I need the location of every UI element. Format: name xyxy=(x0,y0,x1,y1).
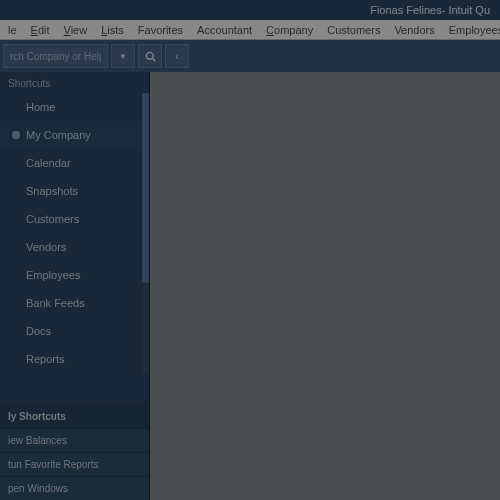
sidebar-item-label: Snapshots xyxy=(26,185,78,197)
chevron-left-icon: ‹ xyxy=(175,50,179,62)
product-name: - Intuit Qu xyxy=(442,4,490,16)
toolbar: ▼ ‹ xyxy=(0,40,500,72)
search-input[interactable] xyxy=(3,44,108,68)
sidebar-item-label: Reports xyxy=(26,353,65,365)
sidebar-item-calendar[interactable]: Calendar xyxy=(0,149,149,177)
sidebar-item-label: My Company xyxy=(26,129,91,141)
menu-vendors[interactable]: Vendors xyxy=(388,22,440,38)
svg-line-1 xyxy=(152,58,155,61)
sidebar-item-bank-feeds[interactable]: Bank Feeds xyxy=(0,289,149,317)
scrollbar-track[interactable] xyxy=(142,93,149,373)
reports-icon xyxy=(12,355,20,363)
sidebar-open-windows[interactable]: pen Windows xyxy=(0,476,149,500)
sidebar-view-balances[interactable]: iew Balances xyxy=(0,428,149,452)
menu-accountant[interactable]: Accountant xyxy=(191,22,258,38)
main-canvas xyxy=(150,72,500,500)
sidebar-item-vendors[interactable]: Vendors xyxy=(0,233,149,261)
employees-icon xyxy=(12,271,20,279)
sidebar-shortcut-list: Home My Company Calendar Snapshots Custo… xyxy=(0,93,149,373)
sidebar-item-label: Docs xyxy=(26,325,51,337)
menu-view[interactable]: View xyxy=(58,22,94,38)
sidebar: Shortcuts Home My Company Calendar Snaps… xyxy=(0,72,150,500)
sidebar-item-label: Bank Feeds xyxy=(26,297,85,309)
customers-icon xyxy=(12,215,20,223)
vendors-icon xyxy=(12,243,20,251)
bank-icon xyxy=(12,299,20,307)
docs-icon xyxy=(12,327,20,335)
sidebar-header: Shortcuts xyxy=(0,72,149,93)
sidebar-item-reports[interactable]: Reports xyxy=(0,345,149,373)
sidebar-item-label: Employees xyxy=(26,269,80,281)
menu-employees[interactable]: Employees xyxy=(443,22,500,38)
sidebar-item-home[interactable]: Home xyxy=(0,93,149,121)
sidebar-item-docs[interactable]: Docs xyxy=(0,317,149,345)
sidebar-my-shortcuts[interactable]: ly Shortcuts xyxy=(0,404,149,428)
sidebar-item-label: Vendors xyxy=(26,241,66,253)
menu-edit[interactable]: Edit xyxy=(25,22,56,38)
company-icon xyxy=(12,131,20,139)
sidebar-item-customers[interactable]: Customers xyxy=(0,205,149,233)
menu-company[interactable]: Company xyxy=(260,22,319,38)
sidebar-bottom-nav: ly Shortcuts iew Balances tun Favorite R… xyxy=(0,404,149,500)
company-name: Fionas Felines xyxy=(370,4,442,16)
calendar-icon xyxy=(12,159,20,167)
sidebar-run-favorite-reports[interactable]: tun Favorite Reports xyxy=(0,452,149,476)
title-bar: Fionas Felines - Intuit Qu xyxy=(0,0,500,20)
sidebar-item-label: Home xyxy=(26,101,55,113)
svg-point-0 xyxy=(146,52,153,59)
sidebar-item-my-company[interactable]: My Company xyxy=(0,121,149,149)
search-dropdown[interactable]: ▼ xyxy=(111,44,135,68)
home-icon xyxy=(12,103,20,111)
menu-customers[interactable]: Customers xyxy=(321,22,386,38)
snapshot-icon xyxy=(12,187,20,195)
sidebar-item-label: Customers xyxy=(26,213,79,225)
scrollbar-thumb[interactable] xyxy=(142,93,149,283)
sidebar-item-employees[interactable]: Employees xyxy=(0,261,149,289)
search-button[interactable] xyxy=(138,44,162,68)
sidebar-item-snapshots[interactable]: Snapshots xyxy=(0,177,149,205)
menu-favorites[interactable]: Favorites xyxy=(132,22,189,38)
menu-bar: le Edit View Lists Favorites Accountant … xyxy=(0,20,500,40)
menu-lists[interactable]: Lists xyxy=(95,22,130,38)
menu-file[interactable]: le xyxy=(2,22,23,38)
sidebar-item-label: Calendar xyxy=(26,157,71,169)
collapse-button[interactable]: ‹ xyxy=(165,44,189,68)
search-icon xyxy=(145,51,156,62)
